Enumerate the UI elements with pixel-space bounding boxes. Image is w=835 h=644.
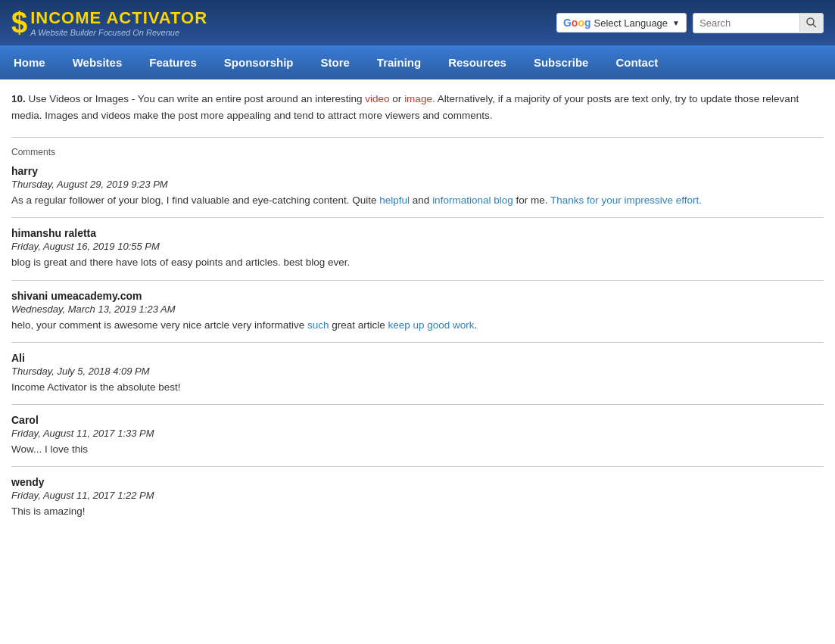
nav-item-subscribe[interactable]: Subscribe: [520, 45, 603, 79]
comment-himanshu: himanshu raletta Friday, August 16, 2019…: [11, 227, 824, 270]
divider-4: [11, 404, 824, 405]
google-icon: Goog: [563, 17, 591, 29]
comment-date-wendy: Friday, August 11, 2017 1:22 PM: [11, 490, 824, 501]
logo-subtitle: A Website Builder Focused On Revenue: [30, 28, 207, 37]
main-nav: Home Websites Features Sponsorship Store…: [0, 45, 835, 79]
nav-item-sponsorship[interactable]: Sponsorship: [210, 45, 307, 79]
search-button[interactable]: [799, 14, 823, 32]
comment-text-himanshu: blog is great and there have lots of eas…: [11, 255, 824, 270]
comment-text-shivani: helo, your comment is awesome very nice …: [11, 318, 824, 333]
nav-item-contact[interactable]: Contact: [602, 45, 671, 79]
comment-author-shivani: shivani umeacademy.com: [11, 290, 824, 302]
comment-date-harry: Thursday, August 29, 2019 9:23 PM: [11, 179, 824, 190]
comment-date-shivani: Wednesday, March 13, 2019 1:23 AM: [11, 303, 824, 315]
main-content: 10. Use Videos or Images - You can write…: [0, 79, 835, 536]
comment-shivani: shivani umeacademy.com Wednesday, March …: [11, 290, 824, 333]
svg-line-1: [813, 24, 817, 27]
header-right-controls: Goog Select Language ▼: [556, 13, 824, 33]
nav-item-resources[interactable]: Resources: [435, 45, 520, 79]
language-selector[interactable]: Goog Select Language ▼: [556, 13, 687, 33]
divider-3: [11, 342, 824, 343]
comment-text-carol: Wow... I love this: [11, 442, 824, 457]
language-selector-label: Select Language: [594, 17, 668, 29]
comment-date-ali: Thursday, July 5, 2018 4:09 PM: [11, 366, 824, 377]
divider-2: [11, 280, 824, 281]
tip-paragraph: 10. Use Videos or Images - You can write…: [11, 91, 824, 123]
comment-date-himanshu: Friday, August 16, 2019 10:55 PM: [11, 241, 824, 252]
logo-text-area: INCOME ACTIVATOR A Website Builder Focus…: [30, 8, 207, 37]
site-header: $ INCOME ACTIVATOR A Website Builder Foc…: [0, 0, 835, 45]
search-input[interactable]: [693, 14, 799, 33]
comment-text-ali: Income Activator is the absolute best!: [11, 380, 824, 395]
nav-item-features[interactable]: Features: [136, 45, 210, 79]
comment-author-harry: harry: [11, 165, 824, 177]
divider-5: [11, 466, 824, 467]
logo-title: INCOME ACTIVATOR: [30, 8, 207, 28]
comment-author-wendy: wendy: [11, 476, 824, 488]
nav-item-training[interactable]: Training: [363, 45, 435, 79]
comment-wendy: wendy Friday, August 11, 2017 1:22 PM Th…: [11, 476, 824, 519]
comment-carol: Carol Friday, August 11, 2017 1:33 PM Wo…: [11, 414, 824, 457]
divider-1: [11, 217, 824, 218]
tip-number: 10.: [11, 93, 26, 104]
divider-after-tip: [11, 137, 824, 138]
comment-author-himanshu: himanshu raletta: [11, 227, 824, 239]
nav-item-store[interactable]: Store: [307, 45, 363, 79]
logo: $ INCOME ACTIVATOR A Website Builder Foc…: [11, 8, 207, 37]
comment-text-harry: As a regular follower of your blog, I fi…: [11, 193, 824, 208]
logo-dollar-icon: $: [11, 8, 27, 37]
comment-ali: Ali Thursday, July 5, 2018 4:09 PM Incom…: [11, 352, 824, 395]
search-box: [693, 13, 824, 33]
search-icon: [806, 17, 817, 28]
comment-text-wendy: This is amazing!: [11, 504, 824, 519]
comment-date-carol: Friday, August 11, 2017 1:33 PM: [11, 428, 824, 439]
nav-item-home[interactable]: Home: [0, 45, 59, 79]
tip-text-content: Use Videos or Images - You can write an …: [11, 93, 799, 121]
comment-author-carol: Carol: [11, 414, 824, 426]
comments-label: Comments: [11, 147, 824, 157]
chevron-down-icon: ▼: [672, 19, 680, 27]
nav-item-websites[interactable]: Websites: [59, 45, 136, 79]
comment-author-ali: Ali: [11, 352, 824, 364]
comment-harry: harry Thursday, August 29, 2019 9:23 PM …: [11, 165, 824, 208]
